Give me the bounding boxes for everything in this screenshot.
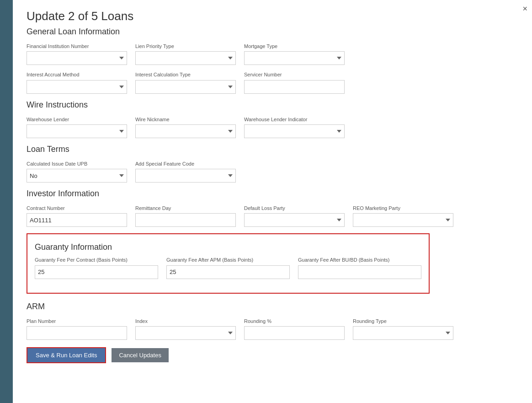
- field-mortgage-type: Mortgage Type: [244, 43, 345, 65]
- section-title-guaranty: Guaranty Information: [35, 242, 421, 252]
- label-rounding-type: Rounding Type: [353, 318, 453, 324]
- select-mortgage-type[interactable]: [244, 51, 345, 65]
- loan-terms-row: Calculated Issue Date UPB No Yes Add Spe…: [27, 161, 518, 183]
- field-plan-number: Plan Number: [27, 318, 127, 340]
- field-guaranty-fee-after-bubd: Guaranty Fee After BU/BD (Basis Points): [298, 257, 421, 279]
- label-lien-priority-type: Lien Priority Type: [135, 43, 236, 49]
- field-interest-accrual-method: Interest Accrual Method: [27, 71, 127, 93]
- field-guaranty-fee-after-apm: Guaranty Fee After APM (Basis Points): [166, 257, 290, 279]
- field-rounding-type: Rounding Type: [353, 318, 453, 340]
- label-mortgage-type: Mortgage Type: [244, 43, 345, 49]
- input-guaranty-fee-per-contract[interactable]: [35, 265, 158, 279]
- field-calculated-issue-date-upb: Calculated Issue Date UPB No Yes: [27, 161, 127, 183]
- guaranty-info-row: Guaranty Fee Per Contract (Basis Points)…: [35, 257, 421, 279]
- label-contract-number: Contract Number: [27, 205, 127, 211]
- section-title-investor: Investor Information: [27, 189, 518, 199]
- section-title-loan-terms: Loan Terms: [27, 145, 518, 154]
- field-warehouse-lender: Warehouse Lender: [27, 116, 127, 138]
- general-loan-row-2: Interest Accrual Method Interest Calcula…: [27, 71, 518, 93]
- select-financial-institution-number[interactable]: [27, 51, 127, 65]
- field-add-special-feature-code: Add Special Feature Code: [135, 161, 236, 183]
- select-reo-marketing-party[interactable]: [353, 213, 453, 227]
- label-interest-accrual-method: Interest Accrual Method: [27, 71, 127, 78]
- guaranty-information-box: Guaranty Information Guaranty Fee Per Co…: [27, 233, 430, 293]
- label-warehouse-lender-indicator: Warehouse Lender Indicator: [244, 116, 345, 123]
- select-index[interactable]: [135, 326, 236, 340]
- field-servicer-number: Servicer Number: [244, 71, 345, 93]
- field-index: Index: [135, 318, 236, 340]
- select-add-special-feature-code[interactable]: [135, 169, 236, 183]
- select-warehouse-lender-indicator[interactable]: [244, 124, 345, 138]
- input-rounding-percent[interactable]: [244, 326, 345, 340]
- field-default-loss-party: Default Loss Party: [244, 205, 345, 227]
- input-remittance-day[interactable]: [135, 213, 236, 227]
- save-run-loan-edits-button[interactable]: Save & Run Loan Edits: [27, 347, 106, 363]
- label-wire-nickname: Wire Nickname: [135, 116, 236, 123]
- cancel-updates-button[interactable]: Cancel Updates: [112, 348, 169, 362]
- field-warehouse-lender-indicator: Warehouse Lender Indicator: [244, 116, 345, 138]
- label-add-special-feature-code: Add Special Feature Code: [135, 161, 236, 167]
- label-interest-calculation-type: Interest Calculation Type: [135, 71, 236, 78]
- label-calculated-issue-date-upb: Calculated Issue Date UPB: [27, 161, 127, 167]
- general-loan-row-1: Financial Institution Number Lien Priori…: [27, 43, 518, 65]
- section-title-arm: ARM: [27, 302, 518, 312]
- button-row: Save & Run Loan Edits Cancel Updates: [27, 347, 518, 363]
- field-lien-priority-type: Lien Priority Type: [135, 43, 236, 65]
- close-button[interactable]: ×: [522, 5, 527, 13]
- label-remittance-day: Remittance Day: [135, 205, 236, 211]
- label-guaranty-fee-after-apm: Guaranty Fee After APM (Basis Points): [166, 257, 290, 263]
- select-rounding-type[interactable]: [353, 326, 453, 340]
- field-remittance-day: Remittance Day: [135, 205, 236, 227]
- select-interest-calculation-type[interactable]: [135, 80, 236, 94]
- select-lien-priority-type[interactable]: [135, 51, 236, 65]
- field-rounding-percent: Rounding %: [244, 318, 345, 340]
- label-financial-institution-number: Financial Institution Number: [27, 43, 127, 49]
- label-plan-number: Plan Number: [27, 318, 127, 324]
- section-title-general: General Loan Information: [27, 27, 518, 37]
- input-contract-number[interactable]: [27, 213, 127, 227]
- arm-row: Plan Number Index Rounding % Rounding Ty…: [27, 318, 518, 340]
- label-rounding-percent: Rounding %: [244, 318, 345, 324]
- label-guaranty-fee-after-bubd: Guaranty Fee After BU/BD (Basis Points): [298, 257, 421, 263]
- section-title-wire: Wire Instructions: [27, 100, 518, 110]
- select-default-loss-party[interactable]: [244, 213, 345, 227]
- field-contract-number: Contract Number: [27, 205, 127, 227]
- field-reo-marketing-party: REO Marketing Party: [353, 205, 453, 227]
- input-guaranty-fee-after-apm[interactable]: [166, 265, 290, 279]
- label-default-loss-party: Default Loss Party: [244, 205, 345, 211]
- input-guaranty-fee-after-bubd[interactable]: [298, 265, 421, 279]
- investor-info-row: Contract Number Remittance Day Default L…: [27, 205, 518, 227]
- label-reo-marketing-party: REO Marketing Party: [353, 205, 453, 211]
- select-wire-nickname[interactable]: [135, 124, 236, 138]
- label-servicer-number: Servicer Number: [244, 71, 345, 78]
- label-warehouse-lender: Warehouse Lender: [27, 116, 127, 123]
- wire-instructions-row: Warehouse Lender Wire Nickname Warehouse…: [27, 116, 518, 138]
- select-warehouse-lender[interactable]: [27, 124, 127, 138]
- select-calculated-issue-date-upb[interactable]: No Yes: [27, 169, 127, 183]
- modal-title: Update 2 of 5 Loans: [27, 9, 518, 23]
- select-interest-accrual-method[interactable]: [27, 80, 127, 94]
- field-wire-nickname: Wire Nickname: [135, 116, 236, 138]
- input-plan-number[interactable]: [27, 326, 127, 340]
- sidebar-panel: [0, 0, 13, 403]
- field-interest-calculation-type: Interest Calculation Type: [135, 71, 236, 93]
- field-guaranty-fee-per-contract: Guaranty Fee Per Contract (Basis Points): [35, 257, 158, 279]
- label-index: Index: [135, 318, 236, 324]
- field-financial-institution-number: Financial Institution Number: [27, 43, 127, 65]
- modal-dialog: × Update 2 of 5 Loans General Loan Infor…: [13, 0, 532, 403]
- label-guaranty-fee-per-contract: Guaranty Fee Per Contract (Basis Points): [35, 257, 158, 263]
- input-servicer-number[interactable]: [244, 80, 345, 94]
